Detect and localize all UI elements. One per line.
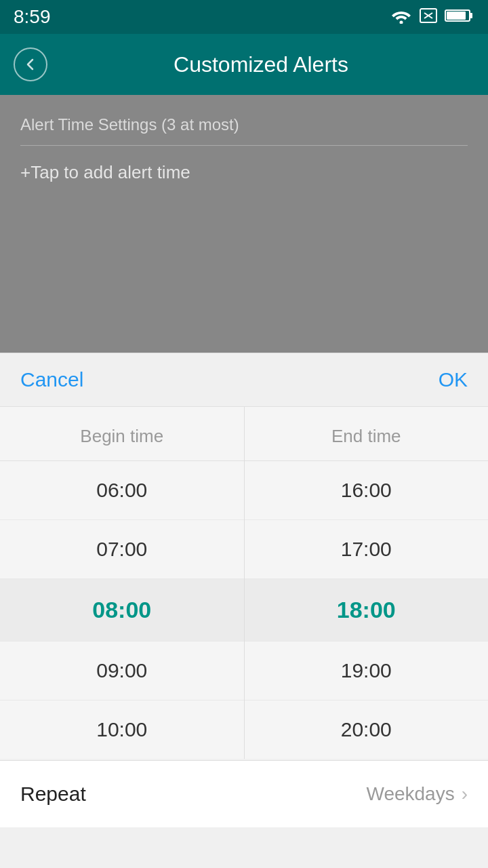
repeat-value: Weekdays ›: [366, 783, 468, 805]
section-label: Alert Time Settings (3 at most): [20, 115, 468, 134]
svg-point-0: [400, 21, 403, 24]
end-time-item[interactable]: 18:00: [245, 579, 489, 642]
cancel-button[interactable]: Cancel: [20, 368, 83, 391]
bottom-sheet: Cancel OK Begin time 06:0007:0008:0009:0…: [0, 353, 488, 827]
svg-rect-5: [470, 13, 472, 18]
begin-time-header: Begin time: [0, 407, 244, 461]
end-time-item[interactable]: 16:00: [245, 461, 489, 520]
begin-time-item[interactable]: 08:00: [0, 579, 244, 642]
status-icons: [390, 7, 474, 26]
svg-rect-6: [447, 12, 466, 20]
battery-icon: [445, 8, 474, 26]
signal-icon: [419, 7, 438, 26]
begin-time-list: 06:0007:0008:0009:0010:00: [0, 461, 244, 759]
page-title: Customized Alerts: [47, 52, 474, 77]
back-button[interactable]: [14, 47, 47, 81]
end-time-column: End time 16:0017:0018:0019:0020:00: [245, 407, 489, 759]
status-time: 8:59: [14, 6, 51, 28]
app-header: Customized Alerts: [0, 34, 488, 95]
add-time-button[interactable]: +Tap to add alert time: [20, 162, 190, 183]
overlay-area: Alert Time Settings (3 at most) +Tap to …: [0, 95, 488, 353]
end-time-header: End time: [245, 407, 489, 461]
status-bar: 8:59: [0, 0, 488, 34]
action-bar: Cancel OK: [0, 353, 488, 407]
ok-button[interactable]: OK: [439, 368, 468, 391]
repeat-row[interactable]: Repeat Weekdays ›: [0, 760, 488, 827]
time-picker: Begin time 06:0007:0008:0009:0010:00 End…: [0, 407, 488, 759]
repeat-value-text: Weekdays: [366, 783, 454, 805]
wifi-icon: [390, 7, 412, 26]
begin-time-column: Begin time 06:0007:0008:0009:0010:00: [0, 407, 245, 759]
begin-time-item[interactable]: 07:00: [0, 520, 244, 579]
chevron-right-icon: ›: [462, 783, 468, 805]
end-time-item[interactable]: 17:00: [245, 520, 489, 579]
section-divider: [20, 145, 468, 146]
repeat-label: Repeat: [20, 783, 86, 806]
end-time-list: 16:0017:0018:0019:0020:00: [245, 461, 489, 759]
end-time-item[interactable]: 19:00: [245, 642, 489, 701]
begin-time-item[interactable]: 10:00: [0, 701, 244, 759]
end-time-item[interactable]: 20:00: [245, 701, 489, 759]
begin-time-item[interactable]: 09:00: [0, 642, 244, 701]
begin-time-item[interactable]: 06:00: [0, 461, 244, 520]
